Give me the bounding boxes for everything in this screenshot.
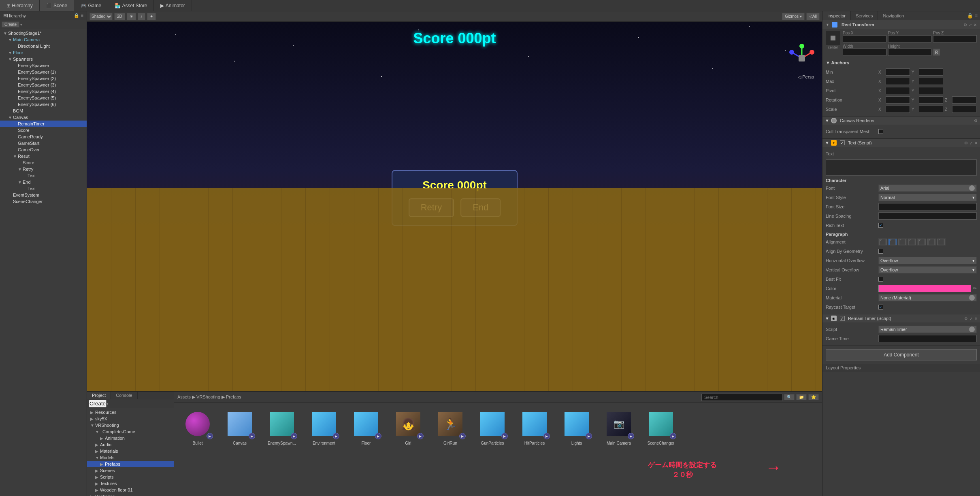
lock-icon[interactable]: 🔒	[74, 13, 79, 18]
rt-close[interactable]: ✕	[974, 23, 977, 27]
cr-settings[interactable]: ⚙	[974, 119, 978, 123]
tab-animator[interactable]: ▶ Animator	[154, 0, 192, 11]
asset-enemy[interactable]: ▶ EnemySpawn...	[262, 406, 302, 447]
anchor-max-y[interactable]: 0.5	[919, 78, 943, 85]
game-time-input[interactable]: 20	[878, 335, 977, 342]
proj-materials[interactable]: ▶ Materials	[87, 448, 174, 454]
scene-view[interactable]: Score 000pt Score 000pt Retry End	[87, 22, 822, 391]
proj-vrshooting[interactable]: ▼ VRShooting	[87, 422, 174, 428]
pos-z-input[interactable]: 0	[933, 35, 977, 42]
tree-gameready[interactable]: GameReady	[0, 134, 87, 140]
rect-transform-header[interactable]: ▼ Rect Transform ⚙ ⤢ ✕	[822, 20, 980, 29]
proj-audio[interactable]: ▶ Audio	[87, 441, 174, 448]
rt2-settings[interactable]: ⚙	[964, 316, 968, 321]
pivot-y[interactable]: 0.5	[919, 87, 943, 94]
tree-text2[interactable]: Text	[0, 185, 87, 192]
anchor-min-y[interactable]: 0.5	[919, 68, 943, 76]
tab-asset-store[interactable]: 🏪 Asset Store	[108, 0, 154, 11]
proj-complete-game[interactable]: ▼ _Complete-Game	[87, 428, 174, 435]
color-picker-button[interactable]: ✏	[973, 286, 977, 291]
audio-button[interactable]: ♪	[138, 13, 145, 20]
proj-wooden[interactable]: ▶ Wooden floor 01	[87, 487, 174, 493]
horiz-overflow-dropdown[interactable]: Overflow ▾	[878, 257, 977, 264]
tab-project[interactable]: Project	[87, 392, 111, 399]
rt2-checkbox[interactable]: ✓	[840, 316, 845, 321]
tree-eventsystem[interactable]: EventSystem	[0, 192, 87, 198]
font-size-input[interactable]: 80	[878, 203, 977, 210]
inspector-more-button[interactable]: ≡	[975, 13, 978, 19]
asset-hitparticles[interactable]: ▶ HitParticles	[514, 406, 555, 447]
asset-girlrun[interactable]: 🏃 ▶ GirlRun	[430, 406, 471, 447]
rotation-x[interactable]: 0	[886, 96, 910, 104]
anchor-diagram[interactable]: center	[826, 31, 840, 49]
tree-enemy2[interactable]: EnemySpawner (1)	[0, 69, 87, 75]
tree-text1[interactable]: Text	[0, 172, 87, 179]
tab-console[interactable]: Console	[111, 392, 137, 399]
line-spacing-input[interactable]: 1	[878, 212, 977, 220]
scene-root[interactable]: ▼ ShootingStage1*	[0, 30, 87, 36]
asset-floor[interactable]: ▶ Floor	[346, 406, 386, 447]
tree-floor[interactable]: ▼ Floor	[0, 49, 87, 56]
color-swatch[interactable]	[878, 285, 971, 292]
tree-enemy5[interactable]: EnemySpawner (4)	[0, 88, 87, 95]
asset-gunparticles[interactable]: ▶ GunParticles	[472, 406, 513, 447]
more-icon[interactable]: ≡	[81, 13, 83, 18]
asset-bullet[interactable]: ▶ Bullet	[177, 406, 218, 447]
width-input[interactable]: 160	[843, 49, 886, 56]
canvas-renderer-header[interactable]: ▼ Canvas Renderer ⚙	[822, 117, 980, 125]
tab-navigation[interactable]: Navigation	[878, 11, 909, 20]
asset-canvas[interactable]: ▶ Canvas	[219, 406, 260, 447]
vert-overflow-dropdown[interactable]: Overflow ▾	[878, 266, 977, 273]
align-justify[interactable]: ⬛	[908, 238, 916, 246]
rt2-close[interactable]: ✕	[974, 316, 978, 321]
ts-checkbox[interactable]: ✓	[840, 140, 845, 145]
rt-more[interactable]: ⤢	[969, 23, 972, 27]
lighting-button[interactable]: ☀	[127, 13, 136, 20]
align-top[interactable]: ⬛	[917, 238, 926, 246]
proj-prefabs[interactable]: ▶ Prefabs	[87, 461, 174, 467]
align-right[interactable]: ⬛	[898, 238, 907, 246]
ts-close[interactable]: ✕	[974, 141, 978, 145]
tree-enemy3[interactable]: EnemySpawner (2)	[0, 75, 87, 82]
align-middle[interactable]: ⬛	[927, 238, 936, 246]
r-button[interactable]: R	[933, 49, 940, 56]
all-button[interactable]: ◁All	[806, 13, 820, 20]
tree-enemy1[interactable]: EnemySpawner	[0, 62, 87, 69]
align-bottom[interactable]: ⬛	[937, 238, 946, 246]
best-fit-checkbox[interactable]	[878, 277, 883, 282]
asset-scenechanger[interactable]: ▶ SceneChanger	[641, 406, 681, 447]
tab-game[interactable]: 🎮 Game	[74, 0, 108, 11]
scale-x[interactable]: 1	[886, 106, 910, 113]
tab-inspector[interactable]: Inspector	[822, 11, 851, 20]
create-project-button[interactable]: Create	[89, 400, 107, 407]
rt-settings[interactable]: ⚙	[963, 23, 967, 27]
pivot-x[interactable]: 0.5	[886, 87, 910, 94]
height-input[interactable]: 30	[888, 49, 932, 56]
star-button[interactable]: ⭐	[808, 394, 819, 400]
tree-retry[interactable]: ▼ Retry	[0, 166, 87, 172]
tree-enemy4[interactable]: EnemySpawner (3)	[0, 82, 87, 88]
proj-animation[interactable]: ▶ Animation	[87, 435, 174, 441]
rt2-more[interactable]: ⤢	[969, 316, 973, 321]
tree-main-camera[interactable]: ▼ Main Camera	[0, 36, 87, 43]
pos-y-input[interactable]: 400	[888, 35, 932, 42]
font-dropdown[interactable]: Arial	[878, 184, 977, 192]
asset-lights[interactable]: ▶ Lights	[556, 406, 597, 447]
asset-environment[interactable]: ▶ Environment	[304, 406, 344, 447]
rotation-z[interactable]: 0	[952, 96, 976, 104]
scale-y[interactable]: 1	[919, 106, 943, 113]
proj-sky5x[interactable]: ▶ sky5X	[87, 415, 174, 422]
tree-score2[interactable]: Score	[0, 159, 87, 166]
anchor-min-x[interactable]: 0.5	[886, 68, 910, 76]
text-preview[interactable]	[826, 159, 977, 176]
anchor-max-x[interactable]: 0.5	[886, 78, 910, 85]
material-dropdown[interactable]: None (Material)	[878, 294, 977, 301]
tree-enemy6[interactable]: EnemySpawner (5)	[0, 95, 87, 101]
tree-remain-timer[interactable]: RemainTimer	[0, 121, 87, 127]
gizmos-button[interactable]: Gizmos ▾	[782, 13, 805, 20]
rotation-y[interactable]: 0	[919, 96, 943, 104]
proj-packages[interactable]: ▶ Packages	[87, 493, 174, 496]
proj-scripts[interactable]: ▶ Scripts	[87, 474, 174, 480]
tree-gameover[interactable]: GameOver	[0, 146, 87, 153]
tree-spawners[interactable]: ▼ Spawners	[0, 56, 87, 62]
